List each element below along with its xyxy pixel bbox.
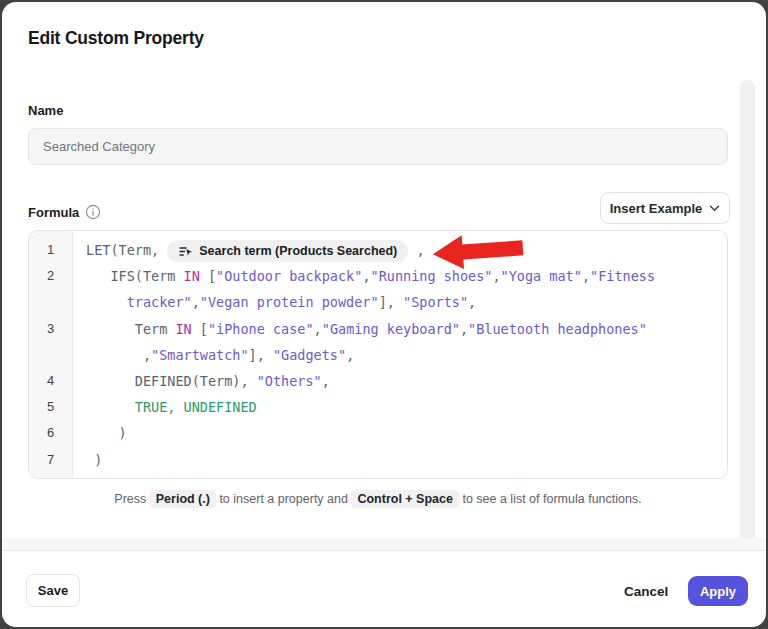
keyboard-shortcut-chip: Control + Space [351,490,459,508]
line-number: 3 [29,316,72,342]
hint-text: to see a list of formula functions. [459,492,642,506]
code-token: IFS(Term [86,268,184,284]
property-chip[interactable]: Search term (Products Searched) [167,240,408,262]
code-token: , [192,294,200,310]
dialog-title: Edit Custom Property [28,28,204,49]
code-token: tracker" [127,294,192,310]
name-label: Name [28,103,63,118]
code-line[interactable]: DEFINED(Term), "Others", [86,368,727,394]
line-number: 1 [29,237,72,263]
vertical-scrollbar[interactable] [740,80,755,545]
formula-label: Formula [28,205,79,220]
property-chip-label: Search term (Products Searched) [199,238,397,264]
code-token: "iPhone case" [208,321,314,337]
hint-text: Press [114,492,149,506]
code-token: "Outdoor backpack" [216,268,362,284]
formula-editor[interactable]: 1234567 LET(Term, Search term (Products … [28,230,728,479]
line-number: 7 [29,447,72,473]
code-token: , [346,347,354,363]
info-icon[interactable] [85,204,101,220]
code-line[interactable]: ) [86,447,727,473]
name-input[interactable] [28,128,728,165]
horizontal-scrollbar-track[interactable] [2,538,766,551]
code-line[interactable]: TRUE, UNDEFINED [86,394,727,420]
code-token: "Smartwatch" [151,347,249,363]
code-token: , [468,294,476,310]
line-number [29,289,72,315]
code-line[interactable]: tracker","Vegan protein powder"], "Sport… [86,289,727,315]
keyboard-shortcut-chip: Period (.) [150,490,216,508]
code-token: , [322,373,330,389]
edit-custom-property-dialog: Edit Custom Property Name Formula Insert… [2,2,766,627]
code-token: "Gaming keyboard" [322,321,460,337]
code-token: ], [379,294,403,310]
red-arrow-left-icon [430,229,527,277]
hint-text: to insert a property and [216,492,352,506]
code-token: [ [192,321,208,337]
code-line[interactable]: ,"Smartwatch"], "Gadgets", [86,342,727,368]
line-number: 4 [29,368,72,394]
apply-button[interactable]: Apply [688,576,748,606]
code-token: Term [86,321,175,337]
code-line[interactable]: IFS(Term IN ["Outdoor backpack","Running… [86,263,727,289]
editor-code[interactable]: LET(Term, Search term (Products Searched… [73,231,727,478]
code-token [86,399,135,415]
code-token: TRUE, UNDEFINED [135,399,257,415]
save-button[interactable]: Save [26,574,80,607]
code-token: DEFINED(Term), [86,373,257,389]
code-token: "Fitness [590,268,655,284]
insert-example-button[interactable]: Insert Example [600,192,730,224]
line-number [29,342,72,368]
code-token: ) [86,452,102,468]
code-token: IN [175,321,191,337]
code-token: "Sports" [403,294,468,310]
code-token: "Others" [257,373,322,389]
code-token: IN [184,268,200,284]
code-line[interactable]: ) [86,420,727,446]
code-token: , [582,268,590,284]
code-token [86,294,127,310]
code-token: , [460,321,468,337]
chevron-down-icon [709,205,720,212]
code-token: , [408,242,424,258]
code-token: ], [249,347,273,363]
editor-gutter: 1234567 [29,231,73,478]
code-line[interactable]: Term IN ["iPhone case","Gaming keyboard"… [86,316,727,342]
code-token: , [362,268,370,284]
cancel-button[interactable]: Cancel [616,576,676,606]
insert-example-label: Insert Example [610,201,703,216]
formula-label-row: Formula [28,204,101,220]
line-number: 6 [29,420,72,446]
property-lines-cursor-icon [178,244,193,259]
code-token: , [314,321,322,337]
code-line[interactable]: LET(Term, Search term (Products Searched… [86,237,727,263]
line-number: 2 [29,263,72,289]
code-token: LET(Term, [86,242,167,258]
code-token: "Gadgets" [273,347,346,363]
code-token: "Bluetooth headphones" [468,321,647,337]
line-number: 5 [29,394,72,420]
code-token: "Vegan protein powder" [200,294,379,310]
code-token: ) [86,425,127,441]
code-token: , [86,347,151,363]
formula-hint: Press Period (.) to insert a property an… [28,492,728,506]
code-token: [ [200,268,216,284]
